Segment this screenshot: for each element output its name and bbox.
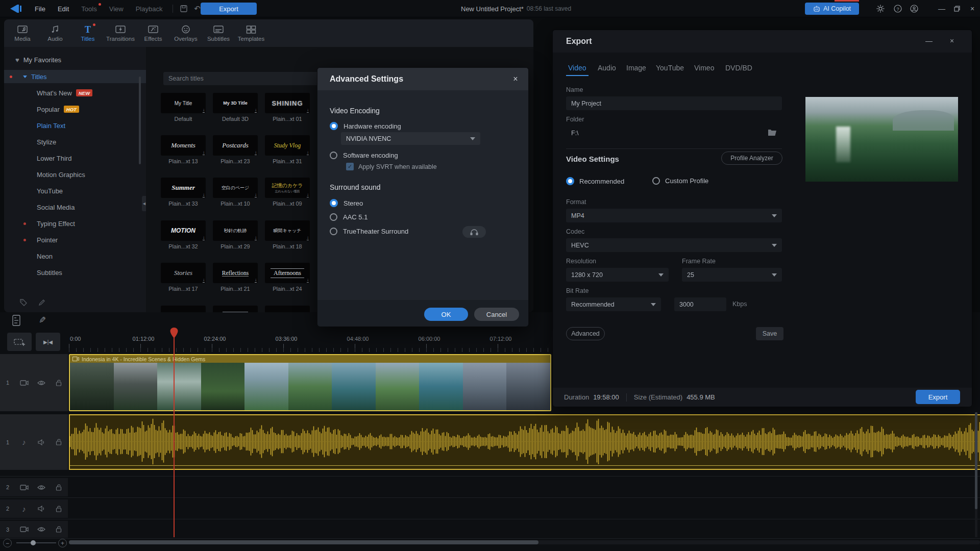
dialog-close-icon[interactable]: × [510,73,521,85]
advanced-button[interactable]: Advanced [566,327,605,340]
split-clip-button[interactable]: ▶|◀ [36,333,60,351]
export-tab-image[interactable]: Image [626,64,646,72]
sidebar-item-neon[interactable]: Neon [4,249,146,263]
minimize-window-icon[interactable]: — [934,0,949,17]
sidebar-item-social-media[interactable]: Social Media [4,201,146,214]
menu-playback[interactable]: Playback [130,0,169,17]
export-top-button[interactable]: Export [201,3,257,15]
help-icon[interactable]: ? [890,0,905,17]
sidebar-item-stylize[interactable]: Stylize [4,135,146,148]
title-template[interactable]: 空白のページ↓ Plain...xt 10 [209,178,261,207]
tag-icon[interactable] [19,298,28,308]
radio-stereo[interactable]: Stereo [330,199,363,207]
title-template[interactable]: #OOTD↓ [157,306,209,312]
tab-subtitles[interactable]: Subtitles [202,19,235,47]
sidebar-item-pointer[interactable]: Pointer [4,233,146,246]
export-tab-vimeo[interactable]: Vimeo [694,64,714,72]
tab-audio[interactable]: Audio [39,19,71,47]
svrt-checkbox-row[interactable]: ✓ Apply SVRT when available [346,163,437,170]
framerate-select[interactable]: 25 [682,268,782,282]
export-start-button[interactable]: Export [916,390,960,404]
timeline-video-clip[interactable]: Indonesia in 4K - Incredible Scenes & Hi… [69,354,551,411]
menu-file[interactable]: File [29,0,52,17]
tab-templates[interactable]: Templates [235,19,267,47]
title-template[interactable]: MOTION↓ Plain...xt 32 [157,220,209,249]
edit-pen-icon[interactable] [38,298,46,308]
radio-aac51[interactable]: AAC 5.1 [330,213,368,221]
format-select[interactable]: MP4 [566,209,782,222]
sidebar-item-subtitles[interactable]: Subtitles [4,266,146,279]
volume-rubber-band[interactable] [70,465,980,466]
dialog-header[interactable]: Advanced Settings [317,68,528,90]
save-icon[interactable] [177,5,190,12]
ok-button[interactable]: OK [424,308,468,321]
menu-view[interactable]: View [103,0,130,17]
radio-custom-profile[interactable]: Custom Profile [652,177,708,185]
track-head-video-3[interactable]: 3 [0,521,68,538]
title-template[interactable]: Secrets↓ [209,306,261,312]
sidebar-item-typing-effect[interactable]: Typing Effect [4,217,146,230]
radio-hardware-encoding[interactable]: Hardware encoding [330,122,401,130]
sidebar-root-titles[interactable]: Titles [4,70,146,83]
title-template[interactable]: My 3D Title↓ Default 3D [209,93,261,122]
bitrate-value-input[interactable]: 3000 [674,297,726,311]
minimize-panel-icon[interactable]: — [925,37,933,45]
sidebar-item-whats-new[interactable]: What's NewNEW [4,86,146,99]
truetheater-settings-button[interactable] [462,226,486,238]
playhead-handle[interactable] [170,328,178,341]
track-head-audio-1[interactable]: 1 ♪ [0,414,68,470]
title-template[interactable]: My Title↓ Default [157,93,209,122]
title-template[interactable]: 記憶のカケラ忘れられない場面↓ Plain...xt 09 [261,178,313,207]
tab-media[interactable]: Media [6,19,39,47]
zoom-in-button[interactable]: + [58,539,67,547]
lock-icon[interactable] [50,506,67,512]
radio-software-encoding[interactable]: Software encoding [330,152,398,159]
zoom-slider-handle[interactable] [31,540,36,545]
title-template[interactable]: 瞬間キャッチ↓ Plain...xt 18 [261,220,313,249]
add-track-button[interactable] [7,333,32,351]
zoom-slider[interactable] [16,542,56,543]
settings-gear-icon[interactable] [873,0,888,17]
title-template[interactable]: Study Vlog↓ Plain...xt 31 [261,135,313,164]
title-template[interactable]: 秒針の軌跡↓ Plain...xt 29 [209,220,261,249]
title-template[interactable]: SHINING↓ Plain...xt 01 [261,93,313,122]
horizontal-scrollbar-thumb[interactable] [69,540,538,544]
cancel-button[interactable]: Cancel [474,308,519,321]
export-tab-video[interactable]: Video [568,64,586,72]
speaker-icon[interactable] [33,439,50,445]
close-panel-icon[interactable]: × [950,37,954,45]
sidebar-item-popular[interactable]: PopularHOT [4,103,146,116]
eye-icon[interactable] [33,485,50,490]
eye-icon[interactable] [33,527,50,532]
encoder-select[interactable]: NVIDIA NVENC [341,132,480,145]
sidebar-my-favorites[interactable]: ♥ My Favorites [4,53,146,66]
lock-icon[interactable] [50,380,67,386]
bitrate-mode-select[interactable]: Recommended [566,297,661,311]
codec-select[interactable]: HEVC [566,238,782,252]
lock-icon[interactable] [50,439,67,445]
title-template[interactable]: Afternoons↓ Plain...xt 24 [261,263,313,292]
export-tab-audio[interactable]: Audio [598,64,616,72]
title-template[interactable]: Moments↓ Plain...xt 13 [157,135,209,164]
title-template[interactable]: Summer↓ Plain...xt 33 [157,178,209,207]
timeline-audio-clip[interactable] [69,414,980,470]
tab-overlays[interactable]: Overlays [169,19,202,47]
restore-window-icon[interactable] [949,0,965,17]
export-tab-youtube[interactable]: YouTube [656,64,684,72]
resolution-select[interactable]: 1280 x 720 [566,268,669,282]
tab-effects[interactable]: Effects [137,19,169,47]
user-account-icon[interactable] [906,0,922,17]
title-template[interactable]: Stories↓ Plain...xt 17 [157,263,209,292]
speaker-icon[interactable] [33,506,50,512]
eye-icon[interactable] [33,380,50,386]
track-head-video-1[interactable]: 1 [0,354,68,411]
sidebar-item-youtube[interactable]: YouTube [4,184,146,197]
radio-truetheater[interactable]: TrueTheater Surround [330,228,408,235]
sidebar-scrollbar[interactable] [139,77,141,164]
save-profile-button[interactable]: Save [756,327,783,340]
title-template[interactable]: Beauty↓ [261,306,313,312]
radio-recommended-profile[interactable]: Recommended [566,177,624,185]
browse-folder-icon[interactable] [768,129,777,137]
ai-copilot-button[interactable]: AI Copilot [805,3,859,15]
sidebar-item-plain-text[interactable]: Plain Text [4,119,146,132]
